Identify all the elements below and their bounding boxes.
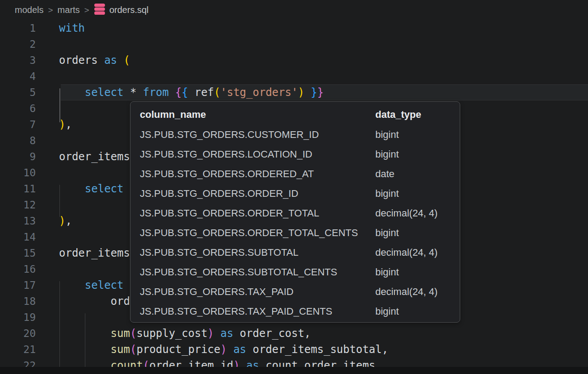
popup-row: JS.PUB.STG_ORDERS.CUSTOMER_IDbigint xyxy=(130,125,460,145)
popup-row: JS.PUB.STG_ORDERS.SUBTOTAL_CENTSbigint xyxy=(130,262,460,282)
popup-cell-data-type: decimal(24, 4) xyxy=(375,286,460,298)
breadcrumb-item-file[interactable]: orders.sql xyxy=(94,3,149,17)
popup-row: JS.PUB.STG_ORDERS.ORDERED_ATdate xyxy=(130,164,460,184)
code-line-4[interactable]: 4 xyxy=(0,68,588,84)
popup-cell-column-name: JS.PUB.STG_ORDERS.LOCATION_ID xyxy=(140,149,375,160)
code-line-5[interactable]: 5 select * from {{ ref('stg_orders') }} xyxy=(0,84,588,100)
line-number: 5 xyxy=(0,84,36,100)
editor-bottom-edge xyxy=(0,367,588,374)
code-line-21[interactable]: 21 sum(product_price) as order_items_sub… xyxy=(0,341,588,357)
code-text: select xyxy=(59,279,124,291)
popup-cell-column-name: JS.PUB.STG_ORDERS.SUBTOTAL xyxy=(140,247,375,258)
column-info-popup: column_name data_type JS.PUB.STG_ORDERS.… xyxy=(130,101,460,323)
code-line-2[interactable]: 2 xyxy=(0,36,588,52)
popup-row: JS.PUB.STG_ORDERS.ORDER_IDbigint xyxy=(130,184,460,204)
line-number: 2 xyxy=(0,36,36,52)
line-number: 14 xyxy=(0,229,36,245)
popup-header-row: column_name data_type xyxy=(130,104,460,125)
popup-cell-column-name: JS.PUB.STG_ORDERS.ORDER_TOTAL_CENTS xyxy=(140,227,375,239)
database-icon xyxy=(94,3,105,17)
popup-row: JS.PUB.STG_ORDERS.LOCATION_IDbigint xyxy=(130,145,460,164)
popup-cell-data-type: bigint xyxy=(375,129,460,141)
popup-cell-data-type: bigint xyxy=(375,149,460,160)
code-line-1[interactable]: 1with xyxy=(0,20,588,36)
line-number: 4 xyxy=(0,68,36,84)
line-number: 9 xyxy=(0,149,36,165)
breadcrumb-file-name: orders.sql xyxy=(109,5,149,15)
popup-cell-column-name: JS.PUB.STG_ORDERS.TAX_PAID xyxy=(140,286,375,298)
popup-row: JS.PUB.STG_ORDERS.TAX_PAIDdecimal(24, 4) xyxy=(130,282,460,302)
popup-cell-column-name: JS.PUB.STG_ORDERS.CUSTOMER_ID xyxy=(140,129,375,141)
popup-header-column-name: column_name xyxy=(140,109,375,121)
line-number: 11 xyxy=(0,181,36,197)
line-number: 3 xyxy=(0,52,36,68)
line-number: 20 xyxy=(0,325,36,341)
popup-rows: JS.PUB.STG_ORDERS.CUSTOMER_IDbigintJS.PU… xyxy=(130,125,460,321)
code-text: ), xyxy=(59,215,72,227)
popup-cell-data-type: bigint xyxy=(375,306,460,317)
code-text: ), xyxy=(59,118,72,131)
line-number: 18 xyxy=(0,293,36,309)
popup-row: JS.PUB.STG_ORDERS.ORDER_TOTALdecimal(24,… xyxy=(130,204,460,223)
line-number: 12 xyxy=(0,197,36,213)
line-number: 17 xyxy=(0,277,36,293)
line-number: 10 xyxy=(0,165,36,181)
popup-cell-column-name: JS.PUB.STG_ORDERS.ORDER_TOTAL xyxy=(140,208,375,219)
popup-cell-column-name: JS.PUB.STG_ORDERS.ORDERED_AT xyxy=(140,168,375,180)
popup-row: JS.PUB.STG_ORDERS.SUBTOTALdecimal(24, 4) xyxy=(130,243,460,262)
line-number: 6 xyxy=(0,100,36,116)
popup-row: JS.PUB.STG_ORDERS.ORDER_TOTAL_CENTSbigin… xyxy=(130,223,460,243)
popup-cell-data-type: bigint xyxy=(375,266,460,278)
code-text: select * from {{ ref('stg_orders') }} xyxy=(59,86,323,99)
popup-cell-column-name: JS.PUB.STG_ORDERS.SUBTOTAL_CENTS xyxy=(140,266,375,278)
popup-header-data-type: data_type xyxy=(375,109,460,121)
breadcrumb-separator: > xyxy=(84,5,89,15)
code-line-20[interactable]: 20 sum(supply_cost) as order_cost, xyxy=(0,325,588,341)
line-number: 16 xyxy=(0,261,36,277)
breadcrumb-item-models[interactable]: models xyxy=(15,5,43,15)
code-text: with xyxy=(59,22,85,34)
line-number: 21 xyxy=(0,341,36,357)
editor-screen: models > marts > orders.sql 1with23order… xyxy=(0,0,588,374)
breadcrumb: models > marts > orders.sql xyxy=(0,0,588,20)
code-text: sum(product_price) as order_items_subtot… xyxy=(59,343,388,356)
popup-row: JS.PUB.STG_ORDERS.TAX_PAID_CENTSbigint xyxy=(130,302,460,321)
code-text: orders as ( xyxy=(59,54,130,66)
popup-cell-column-name: JS.PUB.STG_ORDERS.TAX_PAID_CENTS xyxy=(140,306,375,317)
code-text: sum(supply_cost) as order_cost, xyxy=(59,327,311,340)
line-number: 15 xyxy=(0,245,36,261)
breadcrumb-item-marts[interactable]: marts xyxy=(58,5,80,15)
breadcrumb-separator: > xyxy=(48,5,53,15)
line-number: 13 xyxy=(0,213,36,229)
popup-cell-data-type: bigint xyxy=(375,188,460,199)
popup-cell-column-name: JS.PUB.STG_ORDERS.ORDER_ID xyxy=(140,188,375,199)
popup-cell-data-type: decimal(24, 4) xyxy=(375,208,460,219)
line-number: 8 xyxy=(0,133,36,149)
line-number: 7 xyxy=(0,116,36,133)
popup-cell-data-type: date xyxy=(375,168,460,180)
code-line-3[interactable]: 3orders as ( xyxy=(0,52,588,68)
line-number: 19 xyxy=(0,309,36,325)
popup-cell-data-type: bigint xyxy=(375,227,460,239)
popup-cell-data-type: decimal(24, 4) xyxy=(375,247,460,258)
line-number: 1 xyxy=(0,20,36,36)
